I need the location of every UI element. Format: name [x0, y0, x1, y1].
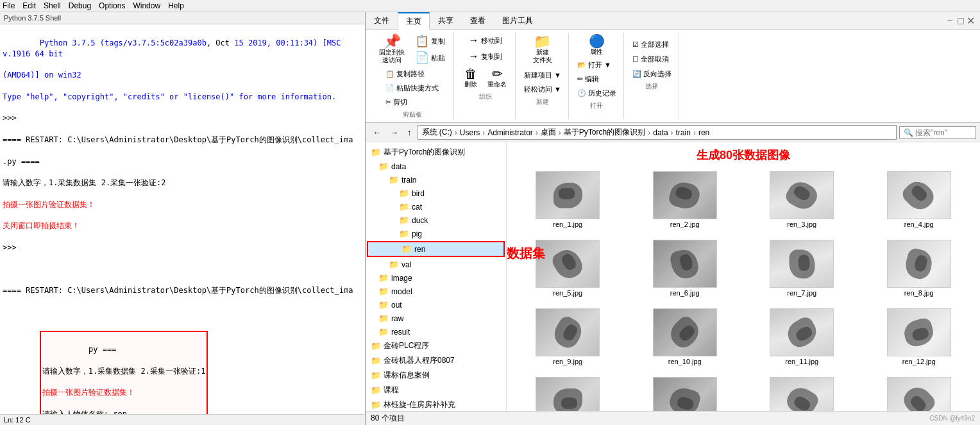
file-item-ren_8_jpg[interactable]: ren_8.jpg [863, 237, 976, 300]
tab-picture-tools[interactable]: 图片工具 [494, 12, 541, 29]
select-all-button[interactable]: ☑ 全部选择 [629, 38, 675, 51]
address-bar: ← → ↑ 系统 (C:) › Users › Administrator › … [366, 123, 980, 142]
file-item-ren_15_jpg[interactable]: ren_15.jpg [746, 374, 858, 411]
copy-path-button[interactable]: 📋 复制路径 [382, 67, 442, 81]
tab-file[interactable]: 文件 [366, 12, 398, 29]
file-item-ren_1_jpg[interactable]: ren_1.jpg [512, 168, 624, 231]
tree-item-pytorch[interactable]: 📁 基于PyTorch的图像识别 [366, 145, 506, 160]
open-button[interactable]: 📂 打开 ▼ [574, 58, 620, 72]
tree-item-jinzhuan-plc[interactable]: 📁 金砖PLC程序 [366, 338, 506, 353]
tree-item-train[interactable]: 📁 train [366, 173, 506, 187]
file-item-ren_10_jpg[interactable]: ren_10.jpg [629, 305, 741, 369]
file-item-ren_12_jpg[interactable]: ren_12.jpg [863, 305, 976, 369]
file-item-ren_3_jpg[interactable]: ren_3.jpg [746, 168, 858, 231]
file-item-ren_7_jpg[interactable]: ren_7.jpg [746, 237, 858, 300]
tree-item-course[interactable]: 📁 课程 [366, 383, 506, 397]
tree-item-image[interactable]: 📁 image [366, 271, 506, 285]
invert-select-button[interactable]: 🔄 反向选择 [629, 67, 675, 81]
tree-item-raw[interactable]: 📁 raw [366, 312, 506, 325]
address-path[interactable]: 系统 (C:) › Users › Administrator › 桌面 › 基… [418, 125, 897, 140]
file-item-ren_11_jpg[interactable]: ren_11.jpg [746, 305, 858, 369]
path-part-ren[interactable]: ren [698, 128, 709, 137]
editor-content-wrapper[interactable]: Python 3.7.5 (tags/v3.7.5:5c02a39a0b, Oc… [0, 24, 365, 414]
tab-home[interactable]: 主页 [398, 12, 430, 30]
path-part-data[interactable]: data [653, 128, 668, 137]
tree-item-val[interactable]: 📁 val [366, 258, 506, 271]
menu-help[interactable]: Help [168, 1, 184, 10]
new-folder-button[interactable]: 📁 新建文件夹 [528, 33, 557, 66]
explorer-panel: 文件 主页 共享 查看 图片工具 － □ ✕ 📌 固 [366, 12, 980, 425]
tree-item-robot[interactable]: 📁 金砖机器人程序0807 [366, 353, 506, 368]
file-name: ren_2.jpg [670, 221, 700, 228]
path-part-users[interactable]: Users [460, 128, 480, 137]
menu-edit[interactable]: Edit [22, 1, 36, 10]
tree-item-cat[interactable]: 📁 cat [366, 200, 506, 213]
copy-path-label: 复制路径 [396, 69, 425, 79]
path-part-train[interactable]: train [676, 128, 691, 137]
search-input[interactable] [915, 128, 973, 137]
tree-item-out[interactable]: 📁 out [366, 298, 506, 312]
delete-button[interactable]: 🗑 删除 [459, 65, 482, 91]
menu-options[interactable]: Options [99, 1, 125, 10]
tree-item-model[interactable]: 📁 model [366, 285, 506, 298]
copy-to-button[interactable]: → 复制到 [466, 49, 505, 64]
menu-debug[interactable]: Debug [69, 1, 91, 10]
rename-button[interactable]: ✏ 重命名 [483, 65, 511, 91]
path-part-pytorch[interactable]: 基于PyTorch的图像识别 [564, 127, 645, 138]
path-part-admin[interactable]: Administrator [487, 128, 533, 137]
open-icon: 📂 [577, 61, 586, 69]
file-item-ren_6_jpg[interactable]: ren_6.jpg [629, 237, 741, 300]
file-item-ren_13_jpg[interactable]: ren_13.jpg [512, 374, 624, 411]
easy-access-button[interactable]: 轻松访问 ▼ [521, 83, 564, 96]
pin-quick-access-button[interactable]: 📌 固定到快速访问 [375, 33, 409, 66]
back-button[interactable]: ← [369, 126, 384, 139]
tab-share[interactable]: 共享 [430, 12, 462, 29]
file-item-ren_14_jpg[interactable]: ren_14.jpg [629, 374, 741, 411]
edit-button[interactable]: ✏ 编辑 [574, 72, 620, 86]
history-button[interactable]: 🕐 历史记录 [574, 87, 620, 100]
file-thumbnail [536, 171, 600, 219]
cut-button[interactable]: ✂ 剪切 [382, 96, 442, 109]
tree-item-result[interactable]: 📁 result [366, 325, 506, 338]
path-part-desktop[interactable]: 桌面 [541, 127, 556, 138]
move-to-button[interactable]: → 移动到 [466, 33, 505, 48]
file-item-ren_9_jpg[interactable]: ren_9.jpg [512, 305, 624, 369]
search-box[interactable]: 🔍 [899, 126, 976, 139]
tree-item-bird[interactable]: 📁 bird [366, 187, 506, 200]
tree-item-curriculum[interactable]: 📁 课标信息案例 [366, 368, 506, 383]
tree-label: cat [412, 203, 422, 212]
forward-button[interactable]: → [387, 126, 401, 139]
tree-item-pig[interactable]: 📁 pig [366, 227, 506, 240]
folder-icon: 📁 [378, 327, 389, 337]
tree-item-linyixuan[interactable]: 📁 林钰旋-住房房补补充 [366, 397, 506, 411]
tab-view[interactable]: 查看 [462, 12, 494, 29]
paste-shortcut-button[interactable]: 📄 粘贴快捷方式 [382, 81, 442, 95]
paste-button[interactable]: 📄 粘贴 [410, 50, 450, 65]
tree-label: 课标信息案例 [384, 370, 430, 381]
menu-window[interactable]: Window [133, 1, 160, 10]
menu-shell[interactable]: Shell [44, 1, 61, 10]
select-none-button[interactable]: ☐ 全部取消 [629, 53, 675, 66]
explorer-body: 📁 基于PyTorch的图像识别 📁 data 📁 train 📁 bird 📁 [366, 142, 980, 411]
file-item-ren_4_jpg[interactable]: ren_4.jpg [863, 168, 976, 231]
menu-file[interactable]: File [3, 1, 15, 10]
up-button[interactable]: ↑ [404, 126, 415, 139]
copy-to-icon: → [469, 51, 479, 62]
ribbon: 文件 主页 共享 查看 图片工具 － □ ✕ 📌 固 [366, 12, 980, 123]
select-all-icon: ☑ [632, 40, 639, 49]
files-header: 生成80张数据图像 [512, 147, 975, 163]
folder-icon: 📁 [371, 371, 381, 380]
edit-label: 编辑 [585, 74, 599, 84]
file-item-ren_2_jpg[interactable]: ren_2.jpg [629, 168, 741, 231]
new-item-button[interactable]: 新建项目 ▼ [521, 69, 564, 82]
delete-icon: 🗑 [464, 67, 477, 80]
properties-button[interactable]: 🔵 属性 [584, 33, 609, 58]
path-part-c[interactable]: 系统 (C:) [422, 127, 452, 138]
tree-item-data[interactable]: 📁 data [366, 160, 506, 173]
tree-item-duck[interactable]: 📁 duck [366, 213, 506, 227]
copy-button[interactable]: 📋 复制 [410, 33, 450, 49]
tree-item-ren[interactable]: 📁 ren [367, 241, 505, 257]
tree-label: model [391, 287, 412, 296]
select-none-label: 全部取消 [641, 54, 669, 64]
file-item-ren_16_jpg[interactable]: ren_16.jpg [863, 374, 976, 411]
